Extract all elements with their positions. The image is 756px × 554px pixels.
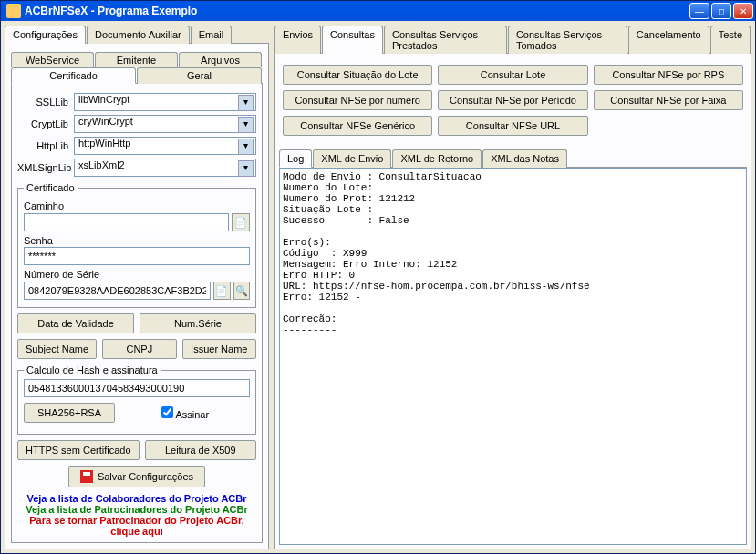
- subtab-emitente[interactable]: Emitente: [95, 52, 178, 67]
- cryptlib-combo[interactable]: cryWinCrypt: [74, 115, 256, 133]
- folder-icon: 📄: [234, 217, 247, 229]
- consultar-nfse-url-button[interactable]: Consultar NFSe URL: [438, 116, 587, 136]
- consultar-situacao-lote-button[interactable]: Consultar Situação do Lote: [283, 65, 432, 85]
- https-sem-certificado-button[interactable]: HTTPS sem Certificado: [17, 440, 140, 460]
- minimize-button[interactable]: —: [689, 3, 709, 19]
- sha256rsa-button[interactable]: SHA256+RSA: [24, 403, 115, 423]
- tab-servicos-prestados[interactable]: Consultas Serviços Prestados: [384, 26, 507, 54]
- senha-input[interactable]: [24, 247, 250, 265]
- tab-envios[interactable]: Envios: [274, 26, 321, 54]
- ssllib-combo[interactable]: libWinCrypt: [74, 93, 256, 111]
- consultar-nfse-faixa-button[interactable]: Consultar NFSe por Faixa: [594, 90, 743, 110]
- hash-group: Calculo de Hash e assinatura SHA256+RSA …: [17, 364, 256, 435]
- consultar-nfse-periodo-button[interactable]: Consultar NFSe por Período: [438, 90, 587, 110]
- link-colaboradores[interactable]: Veja a lista de Colaboradores do Projeto…: [17, 493, 256, 504]
- ssllib-label: SSLLib: [17, 97, 74, 108]
- logtab-xml-envio[interactable]: XML de Envio: [313, 149, 391, 168]
- tab-cancelamento[interactable]: Cancelamento: [628, 26, 709, 54]
- certificado-legend: Certificado: [24, 182, 78, 193]
- subject-name-button[interactable]: Subject Name: [17, 339, 97, 359]
- titlebar[interactable]: ACBrNFSeX - Programa Exemplo — □ ✕: [1, 1, 755, 21]
- certificado-group: Certificado Caminho 📄 Senha Número de Sé…: [17, 182, 256, 308]
- logtab-xml-notas[interactable]: XML das Notas: [482, 149, 567, 168]
- senha-label: Senha: [24, 235, 250, 246]
- subtab-certificado[interactable]: Certificado: [11, 67, 136, 84]
- tab-teste[interactable]: Teste: [710, 26, 751, 54]
- search-icon: 🔍: [235, 285, 248, 297]
- numserie-doc-button[interactable]: 📄: [213, 282, 230, 300]
- xmlsignlib-label: XMLSignLib: [17, 162, 74, 173]
- numserie-search-button[interactable]: 🔍: [233, 282, 250, 300]
- assinar-checkbox[interactable]: [161, 406, 173, 418]
- num-serie-button[interactable]: Num.Série: [140, 313, 256, 333]
- caminho-input[interactable]: [24, 213, 229, 231]
- caminho-browse-button[interactable]: 📄: [232, 213, 250, 231]
- log-textarea[interactable]: Modo de Envio : ConsultarSituacao Numero…: [279, 168, 747, 545]
- consultar-nfse-rps-button[interactable]: Consultar NFSe por RPS: [594, 65, 743, 85]
- cnpj-button[interactable]: CNPJ: [102, 339, 176, 359]
- hash-legend: Calculo de Hash e assinatura: [24, 364, 161, 375]
- numserie-label: Número de Série: [24, 269, 250, 280]
- data-validade-button[interactable]: Data de Validade: [17, 313, 134, 333]
- app-icon: [6, 4, 21, 18]
- salvar-configuracoes-button[interactable]: Salvar Configurações: [68, 466, 205, 487]
- cryptlib-label: CryptLib: [17, 118, 74, 129]
- link-tornar-patrocinador[interactable]: Para se tornar Patrocinador do Projeto A…: [17, 515, 256, 537]
- leitura-x509-button[interactable]: Leitura de X509: [145, 440, 256, 460]
- httplib-label: HttpLib: [17, 140, 74, 151]
- subtab-geral[interactable]: Geral: [137, 67, 262, 84]
- document-icon: 📄: [215, 285, 228, 297]
- maximize-button[interactable]: □: [711, 3, 731, 19]
- numserie-input[interactable]: [24, 282, 211, 300]
- save-icon: [80, 470, 93, 483]
- assinar-label: Assinar: [175, 409, 209, 420]
- logtab-xml-retorno[interactable]: XML de Retorno: [392, 149, 482, 168]
- consultar-nfse-numero-button[interactable]: Consultar NFSe por numero: [283, 90, 432, 110]
- window-title: ACBrNFSeX - Programa Exemplo: [25, 5, 689, 17]
- subtab-webservice[interactable]: WebService: [11, 52, 94, 67]
- logtab-log[interactable]: Log: [279, 149, 312, 168]
- subtab-arquivos[interactable]: Arquivos: [179, 52, 262, 67]
- tab-consultas[interactable]: Consultas: [322, 26, 383, 54]
- tab-email[interactable]: Email: [191, 26, 233, 44]
- app-window: ACBrNFSeX - Programa Exemplo — □ ✕ Confi…: [0, 0, 756, 554]
- issuer-name-button[interactable]: Issuer Name: [182, 339, 256, 359]
- httplib-combo[interactable]: httpWinHttp: [74, 137, 256, 155]
- salvar-label: Salvar Configurações: [98, 471, 193, 482]
- consultar-lote-button[interactable]: Consultar Lote: [438, 65, 587, 85]
- close-button[interactable]: ✕: [733, 3, 753, 19]
- consultar-nfse-generico-button[interactable]: Consultar NFSe Genérico: [283, 116, 432, 136]
- xmlsignlib-combo[interactable]: xsLibXml2: [74, 159, 256, 177]
- tab-configuracoes[interactable]: Configurações: [5, 26, 86, 44]
- hash-input[interactable]: [24, 379, 250, 397]
- tab-servicos-tomados[interactable]: Consultas Serviços Tomados: [508, 26, 627, 54]
- tab-documento-auxiliar[interactable]: Documento Auxiliar: [87, 26, 190, 44]
- caminho-label: Caminho: [24, 200, 250, 211]
- link-patrocinadores[interactable]: Veja a lista de Patrocinadores do Projet…: [17, 504, 256, 515]
